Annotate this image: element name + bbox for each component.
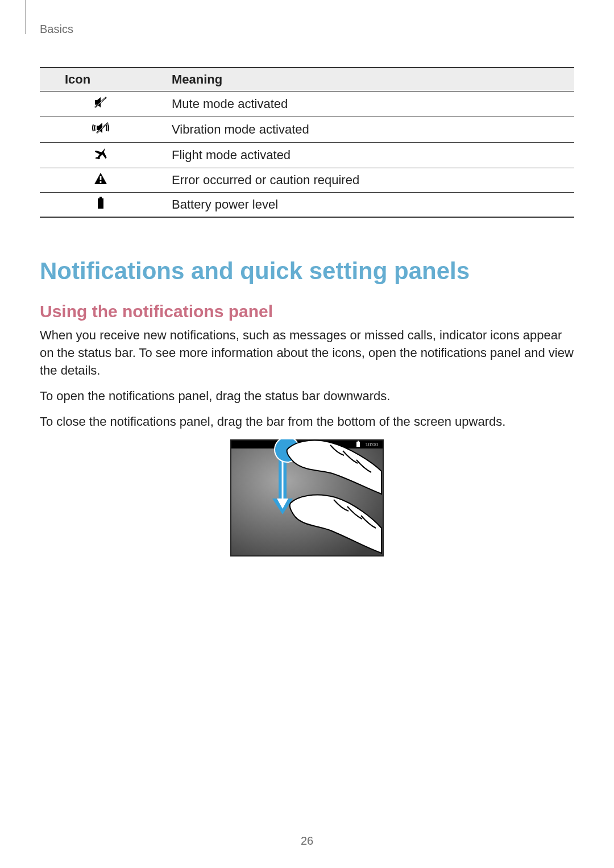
icon-meaning-table: Icon Meaning Mute mode activated — [40, 67, 574, 218]
flight-icon — [94, 147, 107, 164]
table-row: Vibration mode activated — [40, 117, 574, 143]
svg-rect-6 — [99, 197, 102, 198]
table-row: Mute mode activated — [40, 92, 574, 117]
error-icon — [94, 172, 107, 188]
breadcrumb: Basics — [40, 23, 574, 36]
table-row: Error occurred or caution required — [40, 168, 574, 193]
svg-rect-4 — [100, 176, 102, 180]
swipe-down-illustration: 10:00 — [40, 439, 574, 559]
page-number: 26 — [0, 834, 614, 848]
body-paragraph: To open the notifications panel, drag th… — [40, 388, 574, 405]
mute-icon — [93, 95, 108, 113]
table-header-icon: Icon — [40, 68, 161, 92]
margin-tick — [25, 0, 26, 34]
svg-rect-11 — [358, 441, 359, 442]
table-cell-meaning: Error occurred or caution required — [161, 168, 574, 193]
vibration-icon — [91, 121, 110, 138]
table-row: Flight mode activated — [40, 143, 574, 168]
section-heading: Notifications and quick setting panels — [40, 258, 574, 285]
illustration-status-time: 10:00 — [365, 442, 378, 447]
battery-icon — [97, 197, 105, 213]
table-row: Battery power level — [40, 193, 574, 218]
table-cell-meaning: Vibration mode activated — [161, 117, 574, 143]
table-cell-meaning: Mute mode activated — [161, 92, 574, 117]
svg-rect-5 — [100, 181, 102, 183]
subsection-heading: Using the notifications panel — [40, 302, 574, 321]
body-paragraph: When you receive new notifications, such… — [40, 327, 574, 379]
svg-rect-10 — [356, 442, 360, 447]
table-cell-meaning: Battery power level — [161, 193, 574, 218]
body-paragraph: To close the notifications panel, drag t… — [40, 413, 574, 431]
table-header-meaning: Meaning — [161, 68, 574, 92]
svg-rect-7 — [98, 198, 103, 209]
table-cell-meaning: Flight mode activated — [161, 143, 574, 168]
